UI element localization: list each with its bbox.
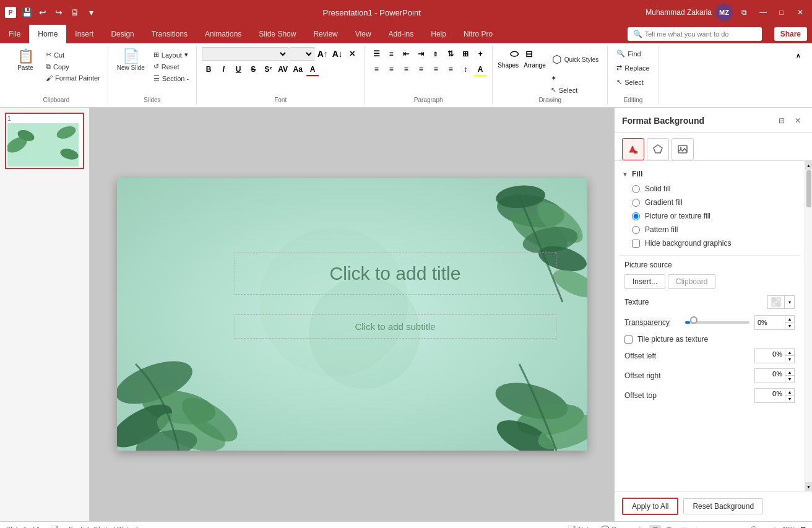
texture-picker[interactable] [767,295,785,309]
character-spacing-button[interactable]: AV [276,63,290,76]
redo-button[interactable]: ↪ [52,6,66,19]
search-input[interactable] [645,30,756,38]
align-center-button[interactable]: ≡ [384,63,398,76]
decrease-font-size-button[interactable]: A↓ [330,47,344,61]
picture-texture-fill-option[interactable]: Picture or texture fill [622,209,797,223]
increase-indent-button[interactable]: ⇥ [414,47,428,61]
texture-picker-area[interactable]: ▾ [767,295,795,309]
save-button[interactable]: 💾 [20,6,33,19]
hide-bg-graphics-option[interactable]: Hide background graphics [622,236,797,250]
font-family-selector[interactable] [202,47,288,61]
text-highlight-button[interactable]: A [473,63,487,76]
pattern-fill-option[interactable]: Pattern fill [622,223,797,236]
pattern-fill-radio[interactable] [632,226,640,234]
close-button[interactable]: ✕ [793,6,807,19]
add-column-button[interactable]: + [473,47,487,61]
slide-sorter-button[interactable]: ⊞ [663,525,675,529]
tab-insert[interactable]: Insert [66,25,102,43]
replace-button[interactable]: ⇄ Replace [613,61,653,74]
search-box[interactable]: 🔍 [628,27,762,41]
undo-button[interactable]: ↩ [36,6,50,19]
tab-design[interactable]: Design [102,25,142,43]
collapse-ribbon-button[interactable]: ∧ [791,48,805,62]
canvas-area[interactable]: Click to add title Click to add subtitle [90,108,614,521]
drawing-effects-button[interactable]: ✦ [548,73,603,84]
restore-down-button[interactable]: ⧉ [738,6,751,19]
tab-help[interactable]: Help [422,25,455,43]
align3-button[interactable]: ≡ [444,63,457,76]
offset-left-increase-button[interactable]: ▲ [785,349,794,356]
customize-qat-button[interactable]: ▾ [84,6,98,19]
scroll-thumb[interactable] [806,170,811,207]
normal-view-button[interactable]: ▤ [649,525,661,529]
italic-button[interactable]: I [217,63,230,76]
paste-button[interactable]: 📋 Paste [10,47,41,74]
select-editing-button[interactable]: ↖ Select [613,76,647,89]
gradient-fill-radio[interactable] [632,199,640,207]
hide-bg-graphics-checkbox[interactable] [632,240,640,248]
tile-picture-checkbox[interactable] [624,335,633,344]
slide-canvas[interactable]: Click to add title Click to add subtitle [117,178,587,451]
bold-button[interactable]: B [202,63,215,76]
font-size-selector[interactable] [290,47,314,61]
fill-tab-button[interactable] [622,138,644,160]
quick-styles-button[interactable]: ⬡ Quick Styles [548,47,603,72]
tile-picture-option[interactable]: Tile picture as texture [615,332,805,346]
transparency-decrease-button[interactable]: ▼ [785,322,794,329]
tab-view[interactable]: View [347,25,380,43]
tab-nitro[interactable]: Nitro Pro [455,25,501,43]
font-color-button[interactable]: A [306,63,319,76]
clear-formatting-button[interactable]: ✕ [345,47,359,61]
panel-collapse-button[interactable]: ⊟ [775,114,788,128]
offset-right-decrease-button[interactable]: ▼ [785,376,794,383]
tab-animations[interactable]: Animations [196,25,250,43]
insert-button[interactable]: Insert... [624,274,665,289]
numbering-button[interactable]: ≡ [384,47,398,61]
share-button[interactable]: Share [774,27,807,41]
align2-button[interactable]: ≡ [429,63,443,76]
reading-view-button[interactable]: 📖 [677,525,691,529]
justify-button[interactable]: ≡ [414,63,428,76]
align-right-button[interactable]: ≡ [399,63,413,76]
transparency-increase-button[interactable]: ▲ [785,316,794,322]
tab-transitions[interactable]: Transitions [143,25,196,43]
minimize-button[interactable]: — [756,6,770,19]
section-button[interactable]: ☰ Section - [151,73,191,84]
solid-fill-radio[interactable] [632,185,640,193]
user-avatar[interactable]: MZ [715,4,733,21]
align-left-button[interactable]: ≡ [369,63,383,76]
gradient-fill-option[interactable]: Gradient fill [622,196,797,209]
slide-thumbnail-1[interactable]: 1 [5,113,84,169]
change-case-button[interactable]: Aa [291,63,304,76]
panel-scrollbar[interactable]: ▲ ▼ [805,161,812,491]
new-slide-button[interactable]: 📄 New Slide [113,47,149,74]
strikethrough-button[interactable]: S [246,63,260,76]
line-spacing-button[interactable]: ↕ [459,63,472,76]
slide-show-button[interactable]: ▷ [693,525,704,529]
decrease-indent-button[interactable]: ⇤ [399,47,413,61]
offset-top-increase-button[interactable]: ▲ [785,389,794,396]
zoom-in-button[interactable]: + [773,526,777,528]
cut-button[interactable]: ✂ Cut [43,50,103,60]
offset-top-decrease-button[interactable]: ▼ [785,396,794,402]
tab-slideshow[interactable]: Slide Show [250,25,304,43]
presentation-view-button[interactable]: 🖥 [68,6,82,19]
reset-background-button[interactable]: Reset Background [683,498,763,514]
texture-dropdown-button[interactable]: ▾ [785,295,795,309]
tab-file[interactable]: File [0,25,29,43]
offset-left-decrease-button[interactable]: ▼ [785,356,794,363]
tab-review[interactable]: Review [304,25,346,43]
panel-close-button[interactable]: ✕ [791,114,805,128]
title-placeholder[interactable]: Click to add title [235,253,556,295]
smart-art-button[interactable]: ⊞ [459,47,472,61]
tab-home[interactable]: Home [29,25,66,43]
scroll-up-button[interactable]: ▲ [805,161,813,170]
oval-shape-button[interactable]: ⬭ [508,47,521,61]
notes-button[interactable]: 📝 Notes [568,526,596,529]
subtitle-placeholder[interactable]: Click to add subtitle [235,314,556,339]
increase-font-size-button[interactable]: A↑ [316,47,329,61]
find-button[interactable]: 🔍 Find [613,47,644,60]
copy-button[interactable]: ⧉ Copy [43,61,103,72]
shape-tab-button[interactable] [647,138,669,160]
scroll-down-button[interactable]: ▼ [805,482,813,491]
